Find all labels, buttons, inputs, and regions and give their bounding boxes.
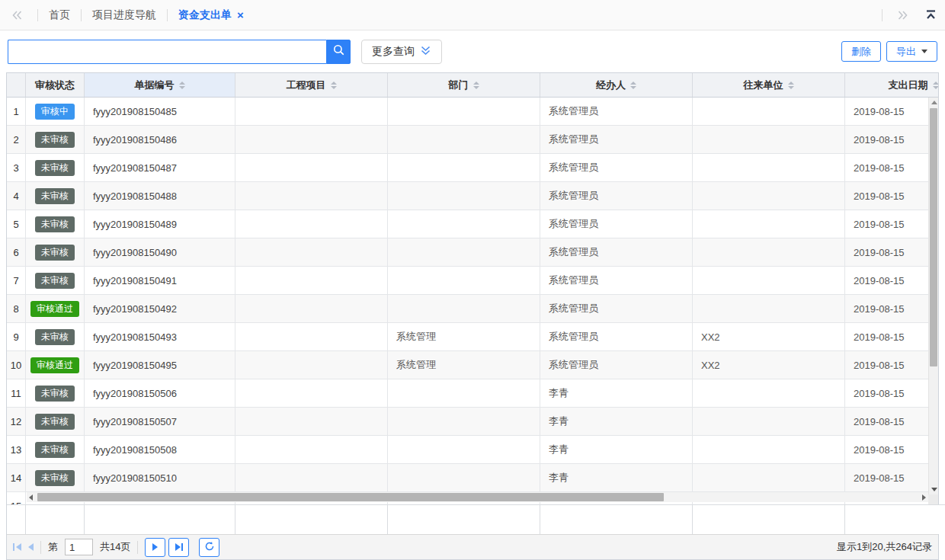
column-header-project[interactable]: 工程项目	[235, 73, 388, 97]
search-box	[8, 40, 351, 64]
tab-label: 项目进度导航	[92, 8, 156, 22]
cell-num: 12	[7, 408, 26, 435]
pagination-bar: 第 共14页 显示1到20,共264记录	[7, 534, 938, 559]
footer-cell-num	[7, 505, 26, 534]
tab-fund-expenditure[interactable]: 资金支出单 ×	[178, 8, 244, 22]
cell-dept	[388, 436, 540, 463]
collapse-tabbar-icon[interactable]	[924, 8, 937, 21]
table-row[interactable]: 11未审核fyyy201908150506李青2019-08-15	[7, 379, 938, 408]
page-number-input[interactable]	[65, 539, 93, 555]
scroll-up-icon[interactable]	[931, 101, 937, 104]
cell-handler: 系统管理员	[540, 267, 693, 294]
refresh-button[interactable]	[199, 538, 219, 557]
grid-header-clip: 审核状态单据编号工程项目部门经办人往来单位支出日期	[7, 73, 938, 98]
sort-icon	[933, 82, 939, 89]
divider	[40, 541, 41, 554]
column-header-label: 支出日期	[889, 78, 928, 92]
vertical-scroll-thumb[interactable]	[930, 108, 937, 366]
cell-doc_no: fyyy201908150506	[85, 379, 235, 407]
cell-date: 2019-08-15	[845, 351, 938, 379]
sort-icon	[788, 82, 794, 89]
table-row[interactable]: 3未审核fyyy201908150487系统管理员2019-08-15	[7, 154, 938, 182]
cell-status: 审核通过	[26, 351, 85, 379]
cell-unit: XX2	[693, 351, 845, 379]
table-row[interactable]: 6未审核fyyy201908150490系统管理员2019-08-15	[7, 238, 938, 267]
cell-project	[235, 98, 388, 125]
grid-body: 1审核中fyyy201908150485系统管理员2019-08-152未审核f…	[7, 98, 938, 504]
cell-date: 2019-08-15	[845, 323, 938, 350]
double-chevron-down-icon	[420, 45, 431, 59]
cell-unit	[693, 154, 845, 181]
column-header-status: 审核状态	[26, 73, 85, 97]
table-row[interactable]: 13未审核fyyy201908150508李青2019-08-15	[7, 436, 938, 464]
table-row[interactable]: 10审核通过fyyy201908150495系统管理系统管理员XX22019-0…	[7, 351, 938, 379]
cell-handler: 李青	[540, 464, 693, 491]
tab-close-icon[interactable]: ×	[237, 9, 244, 21]
cell-dept	[388, 238, 540, 266]
column-header-handler[interactable]: 经办人	[540, 73, 693, 97]
search-button[interactable]	[326, 40, 351, 64]
table-row[interactable]: 7未审核fyyy201908150491系统管理员2019-08-15	[7, 267, 938, 295]
cell-num: 11	[7, 379, 26, 407]
export-button[interactable]: 导出	[886, 41, 937, 62]
last-page-button[interactable]	[168, 538, 189, 557]
table-row[interactable]: 9未审核fyyy201908150493系统管理系统管理员XX22019-08-…	[7, 323, 938, 351]
status-badge: 未审核	[35, 188, 75, 204]
footer-cell-doc_no	[85, 505, 235, 534]
table-row[interactable]: 5未审核fyyy201908150489系统管理员2019-08-15	[7, 210, 938, 238]
cell-num: 2	[7, 126, 26, 153]
footer-cell-dept	[388, 505, 540, 534]
column-header-date[interactable]: 支出日期	[845, 73, 938, 97]
cell-status: 未审核	[26, 323, 85, 350]
cell-doc_no: fyyy201908150489	[85, 210, 235, 238]
tabs-scroll-right-icon[interactable]	[893, 9, 912, 21]
table-row[interactable]: 2未审核fyyy201908150486系统管理员2019-08-15	[7, 126, 938, 154]
cell-num: 1	[7, 98, 26, 125]
horizontal-scroll-thumb[interactable]	[37, 493, 664, 501]
column-header-doc_no[interactable]: 单据编号	[85, 73, 235, 97]
table-row[interactable]: 8审核通过fyyy201908150492系统管理员2019-08-15	[7, 295, 938, 323]
prev-page-button[interactable]	[28, 543, 34, 551]
table-row[interactable]: 1审核中fyyy201908150485系统管理员2019-08-15	[7, 98, 938, 126]
scroll-left-icon[interactable]	[29, 494, 33, 501]
table-row[interactable]: 4未审核fyyy201908150488系统管理员2019-08-15	[7, 182, 938, 210]
cell-project	[235, 182, 388, 210]
divider	[81, 9, 82, 21]
cell-status: 未审核	[26, 379, 85, 407]
delete-button[interactable]: 删除	[841, 41, 881, 62]
cell-doc_no: fyyy201908150490	[85, 238, 235, 266]
cell-project	[235, 238, 388, 266]
tab-bar: 首页 项目进度导航 资金支出单 ×	[0, 0, 945, 30]
first-page-button[interactable]	[13, 543, 21, 551]
search-input[interactable]	[8, 40, 326, 64]
tabs-scroll-left-icon[interactable]	[8, 9, 27, 21]
cell-dept	[388, 267, 540, 294]
status-badge: 未审核	[35, 329, 75, 345]
table-row[interactable]: 14未审核fyyy201908150510李青2019-08-15	[7, 464, 938, 492]
total-pages-label: 共14页	[100, 540, 130, 554]
column-header-unit[interactable]: 往来单位	[693, 73, 845, 97]
tab-home[interactable]: 首页	[49, 8, 70, 22]
next-page-button[interactable]	[145, 538, 165, 557]
tab-label: 首页	[49, 8, 70, 22]
status-badge: 未审核	[35, 216, 75, 232]
column-header-dept[interactable]: 部门	[388, 73, 540, 97]
table-row[interactable]: 12未审核fyyy201908150507李青2019-08-15	[7, 408, 938, 436]
horizontal-scrollbar[interactable]	[27, 492, 928, 502]
sort-icon	[179, 82, 185, 89]
cell-doc_no: fyyy201908150485	[85, 98, 235, 125]
record-count-info: 显示1到20,共264记录	[837, 540, 932, 554]
scroll-right-icon[interactable]	[922, 494, 926, 501]
status-badge: 未审核	[35, 273, 75, 289]
cell-num: 13	[7, 436, 26, 463]
status-badge: 未审核	[35, 414, 75, 430]
status-badge: 未审核	[35, 160, 75, 176]
cell-project	[235, 323, 388, 350]
more-query-button[interactable]: 更多查询	[361, 40, 442, 64]
cell-project	[235, 210, 388, 238]
scroll-down-icon[interactable]	[931, 488, 937, 491]
cell-doc_no: fyyy201908150488	[85, 182, 235, 210]
cell-handler: 系统管理员	[540, 98, 693, 125]
tab-project-progress-nav[interactable]: 项目进度导航	[92, 8, 156, 22]
vertical-scrollbar[interactable]	[928, 98, 938, 494]
